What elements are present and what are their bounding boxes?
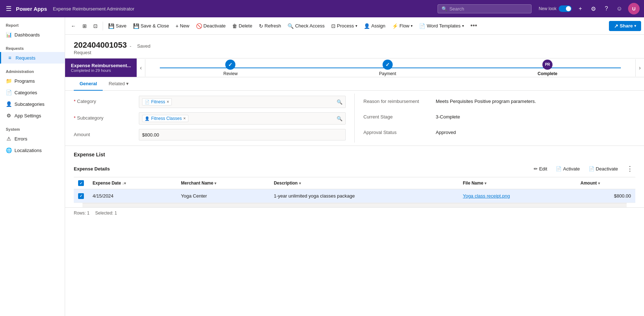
share-button[interactable]: ↗ Share ▾	[609, 21, 641, 31]
settings-icon[interactable]: ⚙	[589, 5, 598, 12]
expense-deactivate-button[interactable]: 📄 Deactivate	[587, 165, 620, 173]
programs-icon: 📁	[6, 78, 12, 84]
back-button[interactable]: ←	[68, 21, 79, 31]
tab-general[interactable]: General	[74, 77, 103, 91]
approval-status-label: Approval Status	[363, 127, 436, 135]
stage-arrow-left[interactable]: ‹	[137, 59, 145, 77]
category-tag-remove[interactable]: ×	[167, 99, 169, 104]
app-settings-icon: ⚙	[6, 113, 12, 118]
delete-label: Delete	[239, 23, 252, 29]
search-input[interactable]	[449, 6, 528, 12]
select-all-checkbox[interactable]	[78, 180, 84, 186]
sidebar-item-errors[interactable]: ⚠ Errors	[0, 133, 65, 144]
hamburger-icon[interactable]: ☰	[4, 3, 13, 14]
table-row[interactable]: 4/15/2024 Yoga Center 1-year unlimited y…	[74, 189, 635, 203]
category-required: *	[74, 99, 76, 104]
col-amount-label: Amount	[580, 181, 597, 186]
sort-merchant-name: ▾	[214, 181, 216, 185]
share-label: Share	[620, 23, 633, 29]
record-saved: Saved	[137, 43, 150, 49]
stage-label-complete: Complete	[538, 71, 558, 76]
process-chevron: ▾	[355, 24, 357, 28]
sidebar-item-dashboards[interactable]: 📊 Dashboards	[0, 29, 65, 40]
stages-container: ✓ Review ✓ Payment PR Complete	[145, 60, 635, 76]
col-file-name[interactable]: File Name ▾	[459, 177, 576, 189]
save-close-button[interactable]: 💾 Save & Close	[130, 21, 172, 31]
sidebar-label-app-settings: App Settings	[14, 113, 59, 118]
subcategory-value[interactable]: 👤 Fitness Classes × 🔍	[139, 112, 346, 125]
activate-button[interactable]: 📄 Activate	[554, 165, 582, 173]
table-footer: Rows: 1 Selected: 1	[65, 207, 644, 218]
share-icon: ↗	[614, 23, 618, 29]
col-description-label: Description	[274, 181, 298, 186]
col-description[interactable]: Description ▾	[269, 177, 459, 189]
check-access-button[interactable]: 🔍 Check Access	[285, 21, 328, 31]
row-checkbox[interactable]	[78, 193, 84, 199]
sidebar-item-localizations[interactable]: 🌐 Localizations	[0, 144, 65, 156]
flow-button[interactable]: ⚡ Flow ▾	[389, 21, 415, 31]
sidebar-item-categories[interactable]: 📄 Categories	[0, 87, 65, 98]
plus-icon[interactable]: +	[576, 5, 585, 12]
word-templates-icon: 📄	[419, 23, 425, 29]
top-nav: ☰ Power Apps Expense Reimbursement Admin…	[0, 0, 644, 17]
stage-active[interactable]: Expense Reimbursement... Completed in 29…	[65, 59, 137, 77]
expense-details-title-label: Expense Details	[74, 166, 532, 172]
stage-bar: Expense Reimbursement... Completed in 29…	[65, 59, 644, 77]
sidebar-section-system: System	[0, 121, 65, 133]
col-merchant-name[interactable]: Merchant Name ▾	[177, 177, 270, 189]
category-search-icon[interactable]: 🔍	[337, 99, 342, 105]
expense-more-icon: ⋮	[627, 165, 633, 173]
subcategory-search-icon[interactable]: 🔍	[337, 116, 342, 121]
deactivate-button[interactable]: 🚫 Deactivate	[193, 21, 229, 31]
subcategory-required: *	[74, 115, 76, 121]
tab-related[interactable]: Related ▾	[103, 77, 135, 91]
assign-button[interactable]: 👤 Assign	[361, 21, 388, 31]
toolbar: ← ⊞ ⊡ 💾 Save 💾 Save & Close + New �	[65, 17, 644, 35]
row-checkbox-cell[interactable]	[74, 189, 88, 203]
subcategory-tag-remove[interactable]: ×	[183, 116, 186, 121]
category-tag: 📄 Fitness ×	[142, 98, 172, 105]
assign-label: Assign	[371, 23, 385, 29]
deactivate-icon: 🚫	[196, 23, 202, 29]
subcategory-tag-text: Fitness Classes	[151, 116, 182, 121]
sidebar-item-programs[interactable]: 📁 Programs	[0, 75, 65, 87]
assign-icon: 👤	[364, 23, 370, 29]
amount-value[interactable]: $800.00	[139, 129, 346, 140]
word-templates-button[interactable]: 📄 Word Templates ▾	[416, 21, 466, 31]
file-name-link[interactable]: Yoga class receipt.png	[463, 193, 510, 199]
horizontal-scrollbar[interactable]	[82, 203, 627, 207]
delete-button[interactable]: 🗑 Delete	[229, 21, 255, 31]
new-button[interactable]: + New	[172, 21, 192, 31]
avatar[interactable]: U	[628, 3, 640, 14]
search-bar[interactable]: 🔍	[438, 4, 532, 13]
form-row-current-stage: Current Stage 3-Complete	[363, 109, 635, 125]
process-button[interactable]: ⊡ Process ▾	[328, 21, 360, 31]
main-layout: Report 📊 Dashboards Requests ≡ Requests …	[0, 17, 644, 316]
check-access-label: Check Access	[295, 23, 325, 29]
sidebar-item-subcategories[interactable]: 👤 Subcategories	[0, 98, 65, 110]
expense-more-button[interactable]: ⋮	[624, 163, 635, 174]
save-button[interactable]: 💾 Save	[105, 21, 129, 31]
col-amount[interactable]: Amount ▾	[576, 177, 635, 189]
category-value[interactable]: 📄 Fitness × 🔍	[139, 96, 346, 108]
refresh-label: Refresh	[265, 23, 281, 29]
popup-button[interactable]: ⊡	[90, 21, 101, 31]
sidebar-item-requests[interactable]: ≡ Requests	[0, 52, 65, 64]
table-header-checkbox[interactable]	[74, 177, 88, 189]
sidebar-item-app-settings[interactable]: ⚙ App Settings	[0, 110, 65, 121]
current-stage-value: 3-Complete	[436, 111, 635, 122]
feedback-icon[interactable]: ☺	[615, 5, 624, 12]
help-icon[interactable]: ?	[602, 5, 611, 12]
flow-icon: ⚡	[392, 23, 398, 29]
dashboards-icon: 📊	[6, 32, 12, 38]
approval-status-value: Approved	[436, 127, 635, 138]
amount-label: Amount	[74, 129, 139, 137]
refresh-button[interactable]: ↻ Refresh	[256, 21, 284, 31]
stage-arrow-right[interactable]: ›	[635, 59, 644, 77]
sort-expense-date: ↓▾	[122, 181, 126, 185]
layout-button[interactable]: ⊞	[80, 21, 90, 31]
col-expense-date[interactable]: Expense Date ↓▾	[88, 177, 177, 189]
new-look-switch[interactable]	[559, 5, 572, 12]
more-button[interactable]: •••	[468, 20, 480, 32]
edit-button[interactable]: ✏ Edit	[532, 165, 549, 173]
